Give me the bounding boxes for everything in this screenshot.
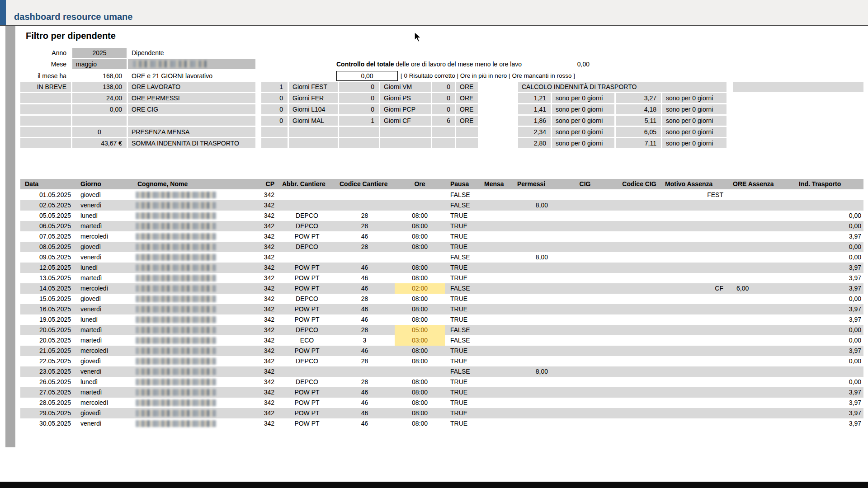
cell-cod: 28 [336, 211, 393, 221]
redacted-employee-name [136, 337, 216, 344]
cell-ind [788, 190, 863, 200]
cell-giorno: venerdì [76, 418, 132, 429]
cell-ind: 0,00 [788, 211, 863, 221]
cell-cig [553, 387, 617, 398]
cell-oreass [729, 190, 787, 200]
cell-motivo [661, 200, 728, 211]
cell-data: 16.05.2025 [20, 304, 75, 314]
cell-abbr: POW PT [279, 314, 335, 325]
table-row[interactable]: 06.05.2025martedì342DEPCO2808:00TRUE0,00 [20, 221, 863, 231]
cell-permessi: 8,00 [514, 200, 552, 211]
cell-ore: 02:00 [395, 283, 445, 294]
table-row[interactable]: 15.05.2025giovedì342DEPCO2808:00TRUE0,00 [20, 294, 863, 304]
mese-input[interactable]: maggio [72, 59, 127, 69]
mese-ha-label: il mese ha [20, 71, 71, 81]
anno-input[interactable]: 2025 [72, 48, 127, 58]
summary-cell-g2l: Giorni PCP [380, 104, 431, 114]
summary-cell-g2v: 0 [339, 104, 379, 114]
cell-giorno: lunedì [76, 314, 132, 325]
cell-giorno: martedì [76, 221, 132, 231]
redacted-employee-name [136, 347, 216, 354]
cell-oreass [729, 335, 787, 346]
redacted-employee-name [136, 399, 216, 406]
cell-nome [133, 263, 237, 273]
cell-codcig [618, 283, 660, 294]
cell-giorno: lunedì [76, 211, 132, 221]
cell-motivo [661, 366, 728, 377]
cell-codcig [618, 325, 660, 335]
table-row[interactable]: 21.05.2025mercoledì342POW PT4608:00TRUE3… [20, 346, 863, 356]
summary-cell-c1l: sono per 0 giorni [552, 138, 614, 148]
table-row[interactable]: 09.05.2025venerdì342FALSE8,000,00 [20, 252, 863, 263]
cell-giorno: martedì [76, 273, 132, 283]
table-row[interactable]: 28.05.2025mercoledì342POW PT4608:00TRUE3… [20, 398, 863, 408]
cell-ore: 08:00 [395, 398, 445, 408]
cell-data: 09.05.2025 [20, 252, 75, 263]
page-title: Filtro per dipendente [26, 31, 116, 41]
table-row[interactable]: 02.05.2025venerdì342FALSE8,00 [20, 200, 863, 211]
cell-giorno: venerdì [76, 252, 132, 263]
summary-cell-value: 0 [72, 127, 127, 137]
table-row[interactable]: 08.05.2025giovedì342DEPCO2808:00TRUE0,00 [20, 242, 863, 252]
cell-oreass [729, 398, 787, 408]
summary-cell-c2v: 7,11 [616, 138, 661, 148]
table-row[interactable]: 27.05.2025martedì342POW PT4608:00TRUE3,9… [20, 387, 863, 398]
summary-cell-value: 138,00 [72, 82, 127, 92]
table-row[interactable]: 29.05.2025giovedì342POW PT4608:00TRUE3,9… [20, 408, 863, 418]
cell-pausa: FALSE [446, 252, 479, 263]
table-row[interactable]: 14.05.2025mercoledì342POW PT4602:00FALSE… [20, 283, 863, 294]
cell-data: 21.05.2025 [20, 346, 75, 356]
table-row[interactable]: 20.05.2025martedì342ECO303:00FALSE0,00 [20, 335, 863, 346]
table-row[interactable]: 23.05.2025venerdì342FALSE8,00 [20, 366, 863, 377]
table-row[interactable]: 16.05.2025venerdì342POW PT4608:00TRUE3,9… [20, 304, 863, 314]
table-row[interactable]: 20.05.2025martedì342DEPCO2805:00FALSE0,0… [20, 325, 863, 335]
dipendente-input[interactable] [128, 59, 255, 69]
summary-cell-g3v: 0 [432, 82, 455, 92]
cell-mensa [481, 335, 513, 346]
cell-data: 13.05.2025 [20, 273, 75, 283]
cell-nome [133, 366, 237, 377]
summary-cell-g2v: 1 [339, 116, 379, 126]
table-row[interactable]: 19.05.2025lunedì342POW PT4608:00TRUE3,97 [20, 314, 863, 325]
cell-permessi [514, 346, 552, 356]
table-row[interactable]: 12.05.2025lunedì342POW PT4608:00TRUE3,97 [20, 263, 863, 273]
cell-motivo [661, 325, 728, 335]
cell-mensa [481, 346, 513, 356]
table-row[interactable]: 01.05.2025giovedì342FALSEFEST [20, 190, 863, 200]
table-row[interactable]: 05.05.2025lunedì342DEPCO2808:00TRUE0,00 [20, 211, 863, 221]
summary-cell-label [20, 93, 71, 103]
cell-pausa: FALSE [446, 366, 479, 377]
cell-data: 07.05.2025 [20, 231, 75, 242]
cell-cp: 342 [239, 242, 278, 252]
cell-motivo: CF [661, 283, 728, 294]
summary-cell-label [20, 127, 71, 137]
cell-cig [553, 398, 617, 408]
summary-cell-desc: ORE PERMESSI [128, 93, 255, 103]
summary-cell-g1l: Giorni MAL [289, 116, 338, 126]
cell-cp: 342 [239, 304, 278, 314]
table-row[interactable]: 22.05.2025giovedì342DEPCO2808:00TRUE0,00 [20, 356, 863, 366]
table-row[interactable]: 13.05.2025martedì342POW PT4608:00TRUE3,9… [20, 273, 863, 283]
sheet-title: _dashboard resource umane [9, 12, 132, 22]
cell-permessi: 8,00 [514, 366, 552, 377]
cell-ind: 3,97 [788, 418, 863, 429]
summary-cell-c1l: sono per 0 giorni [552, 127, 614, 137]
cell-oreass [729, 356, 787, 366]
cell-mensa [481, 242, 513, 252]
column-header-data: Data [20, 179, 75, 189]
cell-cp: 342 [239, 190, 278, 200]
summary-cell-c2l: sono per 0 giorni [662, 104, 726, 114]
summary-cell-g1v: 0 [261, 93, 288, 103]
cell-mensa [481, 211, 513, 221]
cell-data: 30.05.2025 [20, 418, 75, 429]
table-row[interactable]: 26.05.2025lunedì342DEPCO2808:00TRUE0,00 [20, 377, 863, 387]
cell-nome [133, 242, 237, 252]
cell-codcig [618, 398, 660, 408]
cell-permessi [514, 242, 552, 252]
table-row[interactable]: 30.05.2025venerdì342POW PT4608:00TRUE3,9… [20, 418, 863, 429]
table-row[interactable]: 07.05.2025mercoledì342POW PT4608:00TRUE3… [20, 231, 863, 242]
cell-giorno: martedì [76, 387, 132, 398]
cell-pausa: TRUE [446, 304, 479, 314]
cell-oreass [729, 387, 787, 398]
cell-abbr [279, 190, 335, 200]
